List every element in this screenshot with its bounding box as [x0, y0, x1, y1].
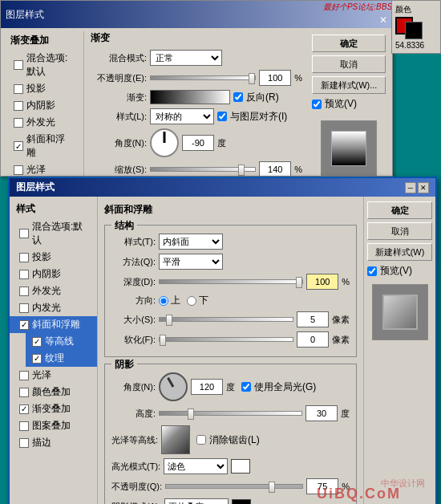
top-cancel-button[interactable]: 取消	[312, 55, 386, 73]
main-satin-cb[interactable]	[19, 371, 29, 380]
scale-input[interactable]	[259, 161, 291, 177]
outerglow-checkbox[interactable]	[14, 118, 23, 128]
scale-slider[interactable]	[150, 167, 256, 172]
altitude-input[interactable]	[305, 405, 338, 421]
opacity-thumb[interactable]	[249, 73, 255, 84]
style-select[interactable]: 对称的	[150, 108, 214, 124]
shadow-angle-dial[interactable]	[159, 372, 188, 401]
main-cancel-button[interactable]: 取消	[367, 222, 432, 240]
opacity-input[interactable]	[259, 70, 291, 86]
depth-label: 深度(D):	[111, 276, 156, 288]
main-bevel-cb[interactable]: ✓	[19, 320, 29, 330]
main-outerglow-cb[interactable]	[19, 287, 29, 296]
depth-thumb[interactable]	[296, 277, 302, 288]
method-label: 方法(Q):	[111, 256, 156, 268]
main-sidebar-texture[interactable]: ✓ 纹理	[26, 350, 97, 367]
main-minimize-btn[interactable]: ─	[405, 182, 416, 193]
main-sidebar-dropshadow[interactable]: 投影	[10, 249, 97, 266]
style-select-main[interactable]: 内斜面	[159, 234, 223, 250]
altitude-slider[interactable]	[159, 411, 302, 416]
bevel-checkbox[interactable]: ✓	[14, 141, 23, 151]
gradient-swatch[interactable]	[150, 90, 230, 104]
main-sidebar-contour[interactable]: ✓ 等高线	[26, 333, 97, 350]
gloss-label: 光泽等高线:	[111, 434, 158, 446]
main-innerglow-cb[interactable]	[19, 303, 29, 313]
top-dialog: 图层样式 ─ ✕ 渐变叠加 混合选项:默认 投影 内阴影 外发光	[0, 0, 393, 177]
highlight-opacity-slider[interactable]	[165, 484, 303, 489]
angle-dial-top[interactable]	[150, 128, 179, 157]
main-sidebar-blending[interactable]: 混合选项:默认	[10, 218, 97, 249]
shadow-angle-input[interactable]	[191, 379, 223, 395]
satin-checkbox[interactable]	[14, 165, 23, 175]
main-innershadow-cb[interactable]	[19, 270, 29, 279]
top-sidebar-item-satin[interactable]: 光泽	[4, 161, 80, 177]
gloss-swatch[interactable]	[161, 425, 190, 454]
main-sidebar-bevel[interactable]: ✓ 斜面和浮雕	[10, 316, 97, 333]
size-slider[interactable]	[159, 317, 293, 322]
soften-slider[interactable]	[159, 337, 293, 342]
main-blending-cb[interactable]	[19, 229, 29, 238]
remove-jagged-checkbox[interactable]	[196, 435, 206, 445]
direction-up-radio[interactable]	[159, 296, 168, 306]
size-thumb[interactable]	[166, 315, 172, 326]
main-texture-cb[interactable]: ✓	[32, 354, 42, 364]
method-select[interactable]: 平滑	[159, 254, 223, 270]
blend-mode-select[interactable]: 正常	[150, 50, 222, 66]
main-sidebar-innershadow[interactable]: 内阴影	[10, 266, 97, 282]
main-newstyle-button[interactable]: 新建样式(W)	[367, 243, 432, 261]
main-sidebar-bevel-subs: ✓ 等高线 ✓ 纹理	[10, 333, 97, 367]
direction-down-radio[interactable]	[187, 296, 196, 306]
soften-thumb[interactable]	[160, 335, 166, 346]
innershadow-checkbox[interactable]	[14, 101, 23, 111]
align-checkbox[interactable]	[217, 112, 227, 121]
main-preview-checkbox[interactable]	[367, 266, 377, 276]
size-input[interactable]	[297, 311, 329, 327]
highlight-color-swatch[interactable]	[231, 459, 250, 474]
main-sidebar-patternoverlay[interactable]: 图案叠加	[10, 417, 97, 434]
top-sidebar-item-dropshadow[interactable]: 投影	[4, 80, 80, 97]
top-sidebar-item-bevel[interactable]: ✓ 斜面和浮雕	[4, 131, 80, 161]
shadow-color-swatch[interactable]	[232, 499, 251, 504]
main-sidebar-innerglow[interactable]: 内发光	[10, 299, 97, 316]
close-button[interactable]: ✕	[379, 14, 387, 26]
main-contour-cb[interactable]: ✓	[32, 337, 42, 347]
altitude-thumb[interactable]	[188, 408, 194, 420]
top-sidebar-item-innershadow[interactable]: 内阴影	[4, 97, 80, 114]
main-gradientoverlay-cb[interactable]: ✓	[19, 404, 29, 414]
highlight-mode-select[interactable]: 滤色	[164, 458, 228, 474]
main-sidebar-gradientoverlay[interactable]: ✓ 渐变叠加	[10, 400, 97, 417]
direction-down-item[interactable]: 下	[187, 294, 208, 307]
depth-input[interactable]	[306, 274, 338, 290]
main-patternoverlay-cb[interactable]	[19, 421, 29, 431]
main-close-btn[interactable]: ✕	[418, 182, 429, 193]
direction-up-item[interactable]: 上	[159, 294, 180, 307]
reverse-checkbox[interactable]	[233, 92, 243, 102]
shadow-mode-select[interactable]: 正片叠底	[164, 498, 229, 504]
main-dropshadow-cb[interactable]	[19, 253, 29, 262]
main-sidebar-coloroverlay[interactable]: 颜色叠加	[10, 384, 97, 400]
scale-thumb[interactable]	[238, 165, 245, 176]
main-confirm-button[interactable]: 确定	[367, 201, 432, 219]
main-coloroverlay-cb[interactable]	[19, 388, 29, 397]
background-color[interactable]	[405, 22, 423, 39]
top-sidebar-item-outerglow[interactable]: 外发光	[4, 114, 80, 131]
opacity-slider[interactable]	[150, 75, 256, 80]
main-sidebar-outerglow[interactable]: 外发光	[10, 282, 97, 299]
top-confirm-button[interactable]: 确定	[312, 35, 386, 52]
main-sidebar-stroke[interactable]: 描边	[10, 434, 97, 451]
main-stroke-cb[interactable]	[19, 438, 29, 448]
reverse-row: 反向(R)	[233, 91, 279, 104]
highlight-opacity-thumb[interactable]	[269, 482, 275, 493]
angle-input-top[interactable]	[182, 135, 214, 151]
dropshadow-checkbox[interactable]	[14, 84, 23, 94]
top-preview-checkbox[interactable]	[312, 100, 322, 109]
soften-input[interactable]	[297, 331, 329, 348]
depth-slider[interactable]	[159, 279, 303, 284]
main-dialog-title: 图层样式	[16, 181, 55, 194]
top-sidebar-item-blending[interactable]: 混合选项:默认	[4, 50, 80, 80]
global-light-row: 使用全局光(G)	[241, 380, 316, 394]
global-light-checkbox[interactable]	[241, 382, 251, 392]
top-newstyle-button[interactable]: 新建样式(W)...	[312, 76, 386, 94]
blending-checkbox[interactable]	[14, 60, 23, 70]
main-sidebar-satin[interactable]: 光泽	[10, 367, 97, 384]
